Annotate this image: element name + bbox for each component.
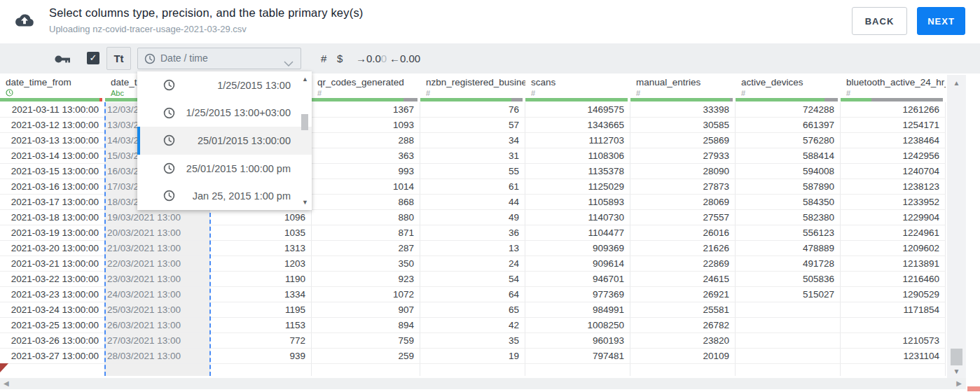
- horizontal-scrollbar[interactable]: ◀ ▶: [0, 378, 966, 389]
- column-header[interactable]: bluetooth_active_24_hr_#: [841, 75, 946, 98]
- table-cell[interactable]: 2021-03-20 13:00:00: [0, 241, 105, 256]
- table-cell[interactable]: 33398: [630, 102, 736, 118]
- table-cell[interactable]: 19: [420, 349, 525, 364]
- table-cell[interactable]: 21626: [630, 241, 736, 256]
- dropdown-scrollbar[interactable]: ▲▼: [301, 74, 310, 207]
- table-cell[interactable]: 27557: [630, 210, 736, 225]
- scroll-up-arrow-icon[interactable]: ▲: [301, 76, 310, 83]
- table-cell[interactable]: 19/03/2021 13:00: [105, 210, 210, 225]
- table-cell[interactable]: 1104477: [525, 225, 630, 241]
- table-cell[interactable]: 1035: [210, 225, 312, 241]
- table-cell[interactable]: 76: [420, 102, 525, 118]
- table-cell[interactable]: 24615: [630, 272, 736, 287]
- table-cell[interactable]: 2021-03-21 13:00:00: [0, 256, 105, 272]
- datetime-format-option[interactable]: 1/25/2015 13:00: [137, 71, 312, 99]
- table-cell[interactable]: 28/03/2021 13:00: [105, 349, 210, 364]
- table-cell[interactable]: 587890: [736, 179, 841, 195]
- table-cell[interactable]: 584350: [736, 195, 841, 210]
- table-cell[interactable]: 25869: [630, 133, 736, 148]
- datetime-format-option[interactable]: 1/25/2015 13:00+03:00: [137, 99, 312, 127]
- table-cell[interactable]: 923: [312, 272, 420, 287]
- table-cell[interactable]: 1203: [210, 256, 312, 272]
- currency-type-button[interactable]: $: [337, 43, 343, 74]
- table-cell[interactable]: 34: [420, 133, 525, 148]
- table-cell[interactable]: 868: [312, 195, 420, 210]
- table-cell[interactable]: 57: [420, 118, 525, 133]
- table-cell[interactable]: 2021-03-17 13:00:00: [0, 195, 105, 210]
- table-cell[interactable]: 2021-03-14 13:00:00: [0, 148, 105, 164]
- table-cell[interactable]: 1261266: [841, 102, 946, 118]
- table-cell[interactable]: 13: [420, 241, 525, 256]
- table-cell[interactable]: 26782: [630, 318, 736, 333]
- table-cell[interactable]: 20/03/2021 13:00: [105, 225, 210, 241]
- table-cell[interactable]: 1313: [210, 241, 312, 256]
- table-cell[interactable]: 894: [312, 318, 420, 333]
- table-cell[interactable]: 259: [312, 349, 420, 364]
- table-cell[interactable]: 582380: [736, 210, 841, 225]
- table-cell[interactable]: 36: [420, 225, 525, 241]
- table-cell[interactable]: 1135378: [525, 164, 630, 179]
- column-header[interactable]: manual_entries#: [630, 75, 736, 98]
- column-header[interactable]: active_devices#: [736, 75, 841, 98]
- column-header[interactable]: scans#: [525, 75, 630, 98]
- table-cell[interactable]: 588414: [736, 148, 841, 164]
- table-cell[interactable]: 25/03/2021 13:00: [105, 302, 210, 318]
- table-cell[interactable]: 1290529: [841, 287, 946, 302]
- table-cell[interactable]: 797481: [525, 349, 630, 364]
- table-cell[interactable]: 2021-03-13 13:00:00: [0, 133, 105, 148]
- table-cell[interactable]: 907: [312, 302, 420, 318]
- table-cell[interactable]: 2021-03-11 13:00:00: [0, 102, 105, 118]
- table-cell[interactable]: 594008: [736, 164, 841, 179]
- table-cell[interactable]: [736, 318, 841, 333]
- table-cell[interactable]: 1216460: [841, 272, 946, 287]
- table-cell[interactable]: 288: [312, 133, 420, 148]
- table-cell[interactable]: 491728: [736, 256, 841, 272]
- table-cell[interactable]: 21/03/2021 13:00: [105, 241, 210, 256]
- table-cell[interactable]: 576280: [736, 133, 841, 148]
- vertical-scrollbar[interactable]: ▲ ▼: [947, 75, 966, 378]
- table-cell[interactable]: 1008250: [525, 318, 630, 333]
- table-cell[interactable]: 1093: [312, 118, 420, 133]
- table-cell[interactable]: 27933: [630, 148, 736, 164]
- table-cell[interactable]: 22869: [630, 256, 736, 272]
- table-cell[interactable]: 1213891: [841, 256, 946, 272]
- datetime-format-option[interactable]: Jan 25, 2015 1:00 pm: [137, 182, 312, 210]
- table-cell[interactable]: 2021-03-24 13:00:00: [0, 302, 105, 318]
- table-cell[interactable]: 1254171: [841, 118, 946, 133]
- scroll-down-arrow-icon[interactable]: ▼: [301, 199, 310, 206]
- table-cell[interactable]: 1096: [210, 210, 312, 225]
- table-cell[interactable]: 28069: [630, 195, 736, 210]
- column-header[interactable]: qr_codes_generated#: [312, 75, 420, 98]
- scroll-down-arrow-icon[interactable]: ▼: [947, 368, 966, 375]
- table-cell[interactable]: 350: [312, 256, 420, 272]
- table-cell[interactable]: 25581: [630, 302, 736, 318]
- include-column-checkbox[interactable]: ✓: [87, 52, 99, 64]
- vertical-scrollbar-thumb[interactable]: [951, 349, 962, 365]
- table-cell[interactable]: 30585: [630, 118, 736, 133]
- column-header[interactable]: nzbn_registered_busine#: [420, 75, 525, 98]
- next-button[interactable]: NEXT: [917, 7, 965, 35]
- table-cell[interactable]: 1014: [312, 179, 420, 195]
- table-cell[interactable]: 1229904: [841, 210, 946, 225]
- table-cell[interactable]: 54: [420, 272, 525, 287]
- table-cell[interactable]: 759: [312, 333, 420, 349]
- table-cell[interactable]: 23820: [630, 333, 736, 349]
- table-cell[interactable]: 42: [420, 318, 525, 333]
- table-cell[interactable]: 1334: [210, 287, 312, 302]
- table-cell[interactable]: 909369: [525, 241, 630, 256]
- table-cell[interactable]: 1190: [210, 272, 312, 287]
- table-cell[interactable]: 2021-03-27 13:00:00: [0, 349, 105, 364]
- table-cell[interactable]: 2021-03-25 13:00:00: [0, 318, 105, 333]
- text-type-button[interactable]: Tt: [106, 47, 131, 70]
- table-cell[interactable]: 661397: [736, 118, 841, 133]
- increase-precision-button[interactable]: →0.00: [356, 43, 387, 74]
- table-cell[interactable]: 1240704: [841, 164, 946, 179]
- table-cell[interactable]: 1105893: [525, 195, 630, 210]
- table-cell[interactable]: 24/03/2021 13:00: [105, 287, 210, 302]
- table-cell[interactable]: 977369: [525, 287, 630, 302]
- table-cell[interactable]: 26921: [630, 287, 736, 302]
- table-cell[interactable]: 55: [420, 164, 525, 179]
- table-cell[interactable]: 984991: [525, 302, 630, 318]
- table-cell[interactable]: 31: [420, 148, 525, 164]
- table-cell[interactable]: 1072: [312, 287, 420, 302]
